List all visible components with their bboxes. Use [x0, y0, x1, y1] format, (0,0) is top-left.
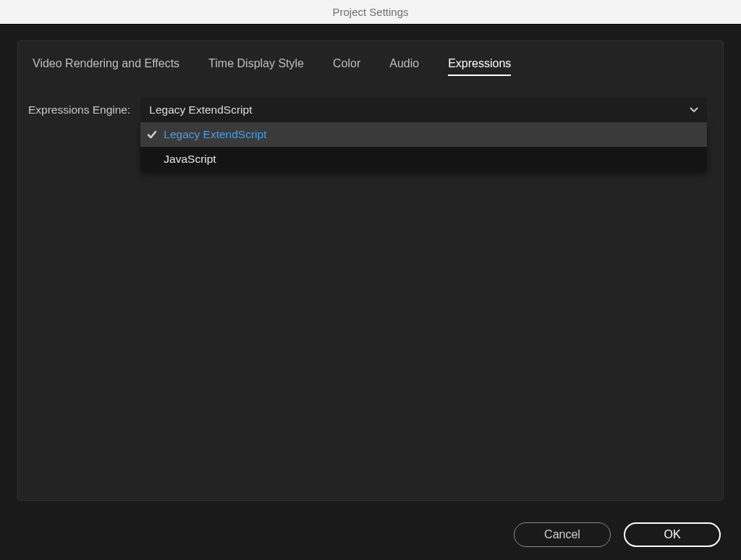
dialog-footer: Cancel OK: [0, 509, 741, 560]
window-title: Project Settings: [332, 6, 408, 18]
check-icon: [146, 129, 158, 140]
option-label: JavaScript: [164, 153, 216, 166]
option-javascript[interactable]: JavaScript: [140, 147, 707, 171]
ok-button[interactable]: OK: [624, 522, 721, 547]
workspace: Video Rendering and Effects Time Display…: [0, 25, 741, 509]
expressions-engine-row: Expressions Engine: Legacy ExtendScript …: [18, 76, 723, 122]
expressions-engine-dropdown: Legacy ExtendScript JavaScript: [140, 122, 707, 171]
tab-expressions[interactable]: Expressions: [448, 57, 511, 76]
tab-audio[interactable]: Audio: [389, 57, 419, 76]
tabs-row: Video Rendering and Effects Time Display…: [18, 41, 723, 76]
select-value: Legacy ExtendScript: [149, 103, 252, 116]
titlebar: Project Settings: [0, 0, 741, 25]
expressions-engine-select[interactable]: Legacy ExtendScript: [140, 98, 707, 122]
tab-time-display-style[interactable]: Time Display Style: [208, 57, 304, 76]
expressions-engine-select-group: Legacy ExtendScript Legacy ExtendScript …: [140, 98, 707, 122]
tab-color[interactable]: Color: [333, 57, 360, 76]
option-label: Legacy ExtendScript: [164, 128, 266, 141]
settings-panel: Video Rendering and Effects Time Display…: [17, 41, 724, 501]
tab-video-rendering[interactable]: Video Rendering and Effects: [33, 57, 179, 76]
cancel-button[interactable]: Cancel: [514, 522, 611, 547]
expressions-engine-label: Expressions Engine:: [28, 103, 133, 116]
chevron-down-icon: [690, 106, 698, 114]
option-legacy-extendscript[interactable]: Legacy ExtendScript: [140, 122, 707, 147]
